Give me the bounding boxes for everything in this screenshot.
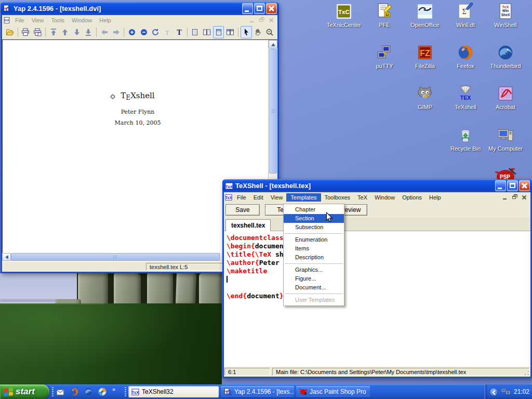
tab-texshell-tex[interactable]: texshell.tex [225, 219, 271, 231]
ruler-t-icon: T [163, 28, 171, 36]
yap-tool-zoom-in-button[interactable] [126, 26, 138, 38]
desktop-icon-label: OpenOffice [405, 22, 445, 28]
network-tray-icon[interactable] [501, 388, 511, 396]
tray-collapse-button[interactable] [489, 388, 498, 396]
texshell-menu-file[interactable]: File [233, 193, 250, 202]
desktop-icon-winedt[interactable]: ΣWinEdt [446, 3, 485, 28]
texshell-menu-templates[interactable]: Templates [286, 193, 321, 202]
yap-tool-arrow-down-button[interactable] [71, 26, 83, 38]
scroll-left-button[interactable] [2, 253, 11, 261]
svg-text:FZ: FZ [420, 49, 430, 58]
quicklaunch-overflow-chevron[interactable]: » [112, 386, 115, 392]
resize-grip[interactable] [524, 370, 530, 376]
texshell-menu-window[interactable]: Window [371, 193, 398, 202]
yap-tool-ruler-t-button[interactable]: T [162, 26, 173, 38]
templates-menu-item-section[interactable]: Section [284, 214, 344, 223]
code-editor[interactable]: \documentclass{\begin{document}\title{\T… [224, 231, 530, 366]
desktop-icon-my-computer[interactable]: My Computer [486, 126, 525, 152]
desktop-icon-thunderbird[interactable]: Thunderbird [486, 44, 525, 69]
mdi-restore-button[interactable] [511, 194, 519, 201]
yap-menu-help[interactable]: Help [96, 16, 115, 24]
texshell-menu-tex[interactable]: TeX [354, 193, 371, 202]
desktop-icon-putty[interactable]: puTTY [365, 44, 404, 69]
desktop-icon-pfe[interactable]: 32PFE [365, 3, 404, 28]
texshell-titlebar[interactable]: TᴇX TeXShell - [texshell.tex] [222, 179, 532, 192]
taskbar-task-jasc-paint-shop-pro[interactable]: 8Jasc Paint Shop Pro [296, 386, 370, 397]
mdi-close-button[interactable] [521, 194, 528, 201]
texshell-menu-toolboxes[interactable]: Toolboxes [321, 193, 354, 202]
quicklaunch-firefox[interactable] [70, 387, 79, 396]
minimize-button[interactable] [242, 3, 253, 14]
templates-menu-item-subsection[interactable]: Subsection [284, 223, 344, 232]
yap-tool-text-t-button[interactable]: T [174, 26, 185, 38]
close-button[interactable] [266, 3, 277, 14]
templates-menu-item-graphics[interactable]: Graphics... [284, 265, 344, 274]
yap-tool-arrow-right-button[interactable] [111, 26, 122, 38]
yap-tool-page-single-button[interactable] [189, 26, 201, 38]
mdi-minimize-button[interactable] [502, 194, 510, 201]
templates-dropdown-menu: ChapterSectionSubsectionEnumerationItems… [283, 204, 344, 306]
texshell-menu-help[interactable]: Help [425, 193, 445, 202]
yap-tool-magnifier-button[interactable] [264, 26, 275, 38]
desktop-icon-texniccenter[interactable]: TxCTeXnicCenter [324, 3, 364, 28]
templates-menu-item-document[interactable]: Document... [284, 283, 344, 292]
yap-titlebar[interactable]: dvi Yap 2.4.1596 - [texshell.dvi] [1, 2, 279, 15]
tasklist-grip[interactable] [125, 387, 126, 396]
start-button[interactable]: start [0, 384, 49, 399]
horizontal-scroll-thumb[interactable] [11, 253, 220, 261]
menu-separator [285, 294, 343, 294]
yap-tool-cursor-tool-button[interactable] [241, 26, 252, 38]
yap-menu-file[interactable]: File [11, 16, 28, 24]
yap-tool-folder-open-button[interactable] [4, 26, 16, 38]
desktop-icon-winshell[interactable]: TeXWinShellWinShell [486, 3, 525, 28]
yap-tool-hand-tool-button[interactable] [252, 26, 264, 38]
quicklaunch-outlook-express[interactable] [56, 387, 65, 396]
refresh-icon [151, 28, 159, 36]
maximize-button[interactable] [507, 180, 518, 191]
yap-tool-arrow-last-button[interactable] [83, 26, 95, 38]
texshell-menu-view[interactable]: View [267, 193, 287, 202]
scroll-up-button[interactable] [269, 40, 277, 48]
desktop-icon-firefox[interactable]: Firefox [446, 44, 485, 69]
yap-tool-arrow-first-button[interactable] [48, 26, 59, 38]
toolbar-separator [45, 28, 46, 37]
text-caret [227, 276, 228, 283]
templates-menu-item-description[interactable]: Description [284, 253, 344, 262]
maximize-button[interactable] [254, 3, 265, 14]
yap-tool-page-double-button[interactable] [201, 26, 212, 38]
yap-menu-tools[interactable]: Tools [47, 16, 68, 24]
desktop-icon-recycle-bin[interactable]: Recycle Bin [446, 126, 485, 152]
yap-menu-window[interactable]: Window [68, 16, 96, 24]
desktop-icon-openoffice[interactable]: OpenOffice [405, 3, 445, 28]
quicklaunch-thunderbird[interactable] [84, 387, 93, 396]
yap-tool-page-double-bar-button[interactable] [224, 26, 236, 38]
yap-tool-refresh-button[interactable] [150, 26, 162, 38]
yap-tool-arrow-left-button[interactable] [99, 26, 110, 38]
yap-tool-zoom-out-button[interactable] [138, 26, 150, 38]
save-button[interactable]: Save [225, 204, 260, 216]
texshell-menu-options[interactable]: Options [398, 193, 425, 202]
desktop-icon-acrobat[interactable]: Acrobat [486, 85, 525, 110]
templates-menu-item-items[interactable]: Items [284, 244, 344, 253]
templates-menu-item-user-templates[interactable]: User Templates [284, 296, 344, 304]
yap-menu-view[interactable]: View [28, 16, 48, 24]
texshell-menu-edit[interactable]: Edit [250, 193, 267, 202]
yap-tool-printer-button[interactable] [20, 26, 32, 38]
minimize-button[interactable] [495, 180, 506, 191]
close-button[interactable] [519, 180, 530, 191]
templates-menu-item-chapter[interactable]: Chapter [284, 205, 344, 214]
yap-tool-arrow-up-button[interactable] [59, 26, 71, 38]
templates-menu-item-figure[interactable]: Figure... [284, 274, 344, 283]
vertical-scroll-thumb[interactable] [269, 49, 277, 174]
editor-line: \title{\TeX shell} [227, 250, 530, 259]
yap-tool-page-bar-button[interactable] [213, 26, 224, 38]
desktop-icon-filezilla[interactable]: FZFileZilla [405, 44, 445, 69]
taskbar-task-texshell32[interactable]: TᴇXTeXShell32 [128, 386, 219, 397]
desktop-icon-texshell-desktop[interactable]: TEXTeXshell [446, 85, 485, 110]
taskbar-task-yap-2-4-1596-texs[interactable]: dviYap 2.4.1596 - [texs... [221, 386, 294, 397]
yap-tool-printer-page-button[interactable] [32, 26, 43, 38]
quicklaunch-grip[interactable] [52, 387, 54, 396]
templates-menu-item-enumeration[interactable]: Enumeration [284, 235, 344, 244]
desktop-icon-gimp[interactable]: GIMP [405, 85, 445, 110]
quicklaunch-media-player[interactable] [98, 387, 107, 396]
